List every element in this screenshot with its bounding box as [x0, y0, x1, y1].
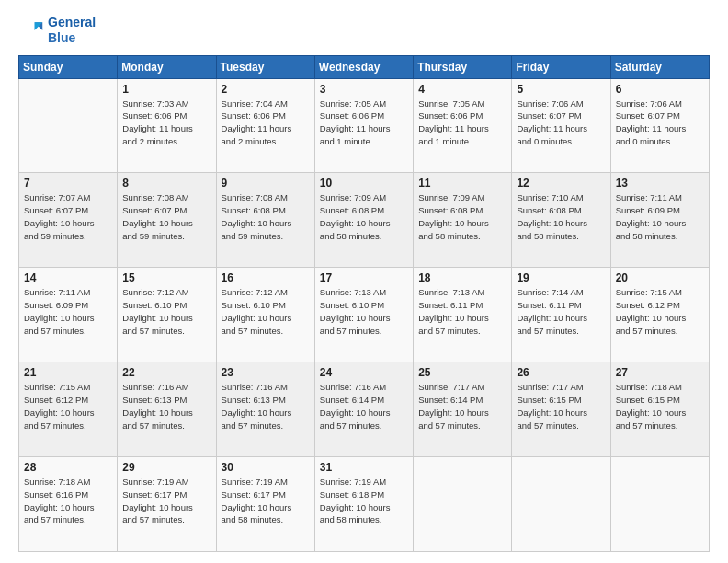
day-info: Sunrise: 7:09 AM Sunset: 6:08 PM Dayligh…	[320, 191, 408, 242]
weekday-row: SundayMondayTuesdayWednesdayThursdayFrid…	[19, 55, 710, 78]
calendar-day-cell: 1Sunrise: 7:03 AM Sunset: 6:06 PM Daylig…	[118, 78, 216, 173]
day-number: 4	[418, 83, 506, 96]
day-number: 13	[616, 177, 704, 190]
day-info: Sunrise: 7:12 AM Sunset: 6:10 PM Dayligh…	[222, 286, 310, 337]
day-info: Sunrise: 7:13 AM Sunset: 6:10 PM Dayligh…	[320, 286, 408, 337]
day-info: Sunrise: 7:19 AM Sunset: 6:17 PM Dayligh…	[222, 476, 310, 526]
day-info: Sunrise: 7:18 AM Sunset: 6:15 PM Dayligh…	[616, 381, 704, 431]
calendar-day-cell: 17Sunrise: 7:13 AM Sunset: 6:10 PM Dayli…	[314, 268, 413, 362]
calendar-day-cell	[512, 457, 610, 552]
calendar-day-cell: 15Sunrise: 7:12 AM Sunset: 6:10 PM Dayli…	[118, 268, 216, 362]
day-number: 11	[418, 177, 506, 190]
day-info: Sunrise: 7:19 AM Sunset: 6:18 PM Dayligh…	[320, 476, 408, 526]
calendar-day-cell: 6Sunrise: 7:06 AM Sunset: 6:07 PM Daylig…	[610, 78, 709, 173]
calendar-day-cell: 14Sunrise: 7:11 AM Sunset: 6:09 PM Dayli…	[19, 268, 118, 362]
day-number: 27	[616, 366, 704, 379]
day-number: 28	[24, 461, 112, 474]
day-info: Sunrise: 7:05 AM Sunset: 6:06 PM Dayligh…	[418, 98, 506, 148]
day-number: 30	[222, 461, 310, 474]
calendar-week-row: 1Sunrise: 7:03 AM Sunset: 6:06 PM Daylig…	[19, 78, 710, 173]
day-info: Sunrise: 7:12 AM Sunset: 6:10 PM Dayligh…	[122, 286, 210, 337]
calendar-day-cell: 2Sunrise: 7:04 AM Sunset: 6:06 PM Daylig…	[216, 78, 314, 173]
calendar-day-cell: 16Sunrise: 7:12 AM Sunset: 6:10 PM Dayli…	[216, 268, 314, 362]
day-number: 1	[122, 83, 210, 96]
calendar-day-cell: 20Sunrise: 7:15 AM Sunset: 6:12 PM Dayli…	[610, 268, 709, 362]
day-info: Sunrise: 7:10 AM Sunset: 6:08 PM Dayligh…	[517, 191, 605, 242]
weekday-header: Saturday	[610, 55, 709, 78]
day-number: 6	[616, 83, 704, 96]
calendar-body: 1Sunrise: 7:03 AM Sunset: 6:06 PM Daylig…	[19, 78, 710, 551]
calendar-day-cell: 10Sunrise: 7:09 AM Sunset: 6:08 PM Dayli…	[314, 173, 413, 268]
day-number: 7	[24, 177, 112, 190]
weekday-header: Monday	[118, 55, 216, 78]
day-info: Sunrise: 7:06 AM Sunset: 6:07 PM Dayligh…	[616, 98, 704, 148]
calendar-day-cell: 28Sunrise: 7:18 AM Sunset: 6:16 PM Dayli…	[19, 457, 118, 552]
day-number: 2	[222, 83, 310, 96]
day-info: Sunrise: 7:14 AM Sunset: 6:11 PM Dayligh…	[517, 286, 605, 337]
logo-icon	[18, 17, 44, 43]
weekday-header: Sunday	[19, 55, 118, 78]
page-header: General Blue	[18, 15, 710, 46]
day-number: 26	[517, 366, 605, 379]
calendar-day-cell: 21Sunrise: 7:15 AM Sunset: 6:12 PM Dayli…	[19, 362, 118, 457]
day-info: Sunrise: 7:06 AM Sunset: 6:07 PM Dayligh…	[517, 98, 605, 148]
day-info: Sunrise: 7:08 AM Sunset: 6:07 PM Dayligh…	[122, 191, 210, 242]
calendar-day-cell: 23Sunrise: 7:16 AM Sunset: 6:13 PM Dayli…	[216, 362, 314, 457]
day-info: Sunrise: 7:08 AM Sunset: 6:08 PM Dayligh…	[222, 191, 310, 242]
day-number: 18	[418, 271, 506, 284]
calendar-page: General Blue SundayMondayTuesdayWednesda…	[0, 0, 728, 563]
day-number: 19	[517, 271, 605, 284]
day-info: Sunrise: 7:09 AM Sunset: 6:08 PM Dayligh…	[418, 191, 506, 242]
day-info: Sunrise: 7:11 AM Sunset: 6:09 PM Dayligh…	[24, 286, 112, 337]
day-info: Sunrise: 7:13 AM Sunset: 6:11 PM Dayligh…	[418, 286, 506, 337]
calendar-day-cell: 18Sunrise: 7:13 AM Sunset: 6:11 PM Dayli…	[414, 268, 512, 362]
day-number: 9	[222, 177, 310, 190]
day-info: Sunrise: 7:17 AM Sunset: 6:14 PM Dayligh…	[418, 381, 506, 431]
day-number: 20	[616, 271, 704, 284]
calendar-header: SundayMondayTuesdayWednesdayThursdayFrid…	[19, 55, 710, 78]
day-info: Sunrise: 7:03 AM Sunset: 6:06 PM Dayligh…	[122, 98, 210, 148]
calendar-table: SundayMondayTuesdayWednesdayThursdayFrid…	[18, 55, 710, 552]
calendar-day-cell: 30Sunrise: 7:19 AM Sunset: 6:17 PM Dayli…	[216, 457, 314, 552]
day-info: Sunrise: 7:17 AM Sunset: 6:15 PM Dayligh…	[517, 381, 605, 431]
weekday-header: Friday	[512, 55, 610, 78]
weekday-header: Thursday	[414, 55, 512, 78]
calendar-day-cell: 25Sunrise: 7:17 AM Sunset: 6:14 PM Dayli…	[414, 362, 512, 457]
calendar-day-cell: 26Sunrise: 7:17 AM Sunset: 6:15 PM Dayli…	[512, 362, 610, 457]
calendar-day-cell	[19, 78, 118, 173]
day-number: 21	[24, 366, 112, 379]
calendar-week-row: 21Sunrise: 7:15 AM Sunset: 6:12 PM Dayli…	[19, 362, 710, 457]
day-number: 22	[122, 366, 210, 379]
calendar-day-cell: 24Sunrise: 7:16 AM Sunset: 6:14 PM Dayli…	[314, 362, 413, 457]
calendar-day-cell: 5Sunrise: 7:06 AM Sunset: 6:07 PM Daylig…	[512, 78, 610, 173]
day-info: Sunrise: 7:15 AM Sunset: 6:12 PM Dayligh…	[616, 286, 704, 337]
day-number: 29	[122, 461, 210, 474]
day-number: 14	[24, 271, 112, 284]
calendar-day-cell: 19Sunrise: 7:14 AM Sunset: 6:11 PM Dayli…	[512, 268, 610, 362]
calendar-day-cell: 11Sunrise: 7:09 AM Sunset: 6:08 PM Dayli…	[414, 173, 512, 268]
calendar-day-cell: 27Sunrise: 7:18 AM Sunset: 6:15 PM Dayli…	[610, 362, 709, 457]
day-info: Sunrise: 7:05 AM Sunset: 6:06 PM Dayligh…	[320, 98, 408, 148]
day-number: 10	[320, 177, 408, 190]
day-number: 31	[320, 461, 408, 474]
day-number: 15	[122, 271, 210, 284]
day-info: Sunrise: 7:18 AM Sunset: 6:16 PM Dayligh…	[24, 476, 112, 526]
day-number: 8	[122, 177, 210, 190]
calendar-day-cell	[414, 457, 512, 552]
weekday-header: Tuesday	[216, 55, 314, 78]
calendar-day-cell: 22Sunrise: 7:16 AM Sunset: 6:13 PM Dayli…	[118, 362, 216, 457]
day-info: Sunrise: 7:16 AM Sunset: 6:14 PM Dayligh…	[320, 381, 408, 431]
day-info: Sunrise: 7:16 AM Sunset: 6:13 PM Dayligh…	[122, 381, 210, 431]
day-info: Sunrise: 7:07 AM Sunset: 6:07 PM Dayligh…	[24, 191, 112, 242]
calendar-day-cell	[610, 457, 709, 552]
day-number: 17	[320, 271, 408, 284]
day-number: 23	[222, 366, 310, 379]
logo-text: General Blue	[48, 15, 96, 46]
calendar-week-row: 28Sunrise: 7:18 AM Sunset: 6:16 PM Dayli…	[19, 457, 710, 552]
day-number: 5	[517, 83, 605, 96]
calendar-day-cell: 7Sunrise: 7:07 AM Sunset: 6:07 PM Daylig…	[19, 173, 118, 268]
day-number: 16	[222, 271, 310, 284]
calendar-day-cell: 13Sunrise: 7:11 AM Sunset: 6:09 PM Dayli…	[610, 173, 709, 268]
day-number: 12	[517, 177, 605, 190]
day-info: Sunrise: 7:19 AM Sunset: 6:17 PM Dayligh…	[122, 476, 210, 526]
